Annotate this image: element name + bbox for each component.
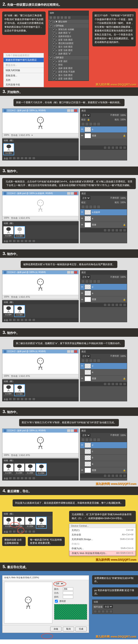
mask-icon[interactable] xyxy=(107,146,111,149)
transparency-checkbox[interactable] xyxy=(55,600,58,602)
menu-item[interactable]: 面板选项... xyxy=(4,73,44,78)
next-frame-icon[interactable] xyxy=(105,610,109,613)
maximize-icon[interactable] xyxy=(71,109,74,112)
frame-1[interactable]: 0.1 秒▾ xyxy=(3,464,14,475)
step3-heading: 3.开始制作。 xyxy=(0,88,138,96)
step3-heading-1: 3.制作中。 xyxy=(0,166,138,175)
tween-icon[interactable] xyxy=(24,157,28,160)
highlight-circle xyxy=(41,634,53,639)
step5-note-2: ps 有的本版可以按需要调整 延迟个情况。 xyxy=(92,588,138,596)
character-drawing xyxy=(36,117,45,129)
step2-note-left: 在“动画（帧）”窗口右边的三角选项中取消对“新建在所有帧中都可见的图层”的勾选。… xyxy=(2,12,46,35)
visibility-icon: 👁 xyxy=(81,128,84,130)
save-for-web-dialog: 存储为 Web 和设备所用格式 (100%) GIF 颜色: 仿色: 损耗: 透… xyxy=(2,575,89,633)
document-window: 11114-2 - 副本.psd @ 100% (a, RGB/8) 100%暂… xyxy=(2,108,79,138)
step2-body: 在“动画（帧）”窗口右边的三角选项中取消对“新建在所有帧中都可见的图层”的勾选。… xyxy=(0,8,138,88)
folder-icon[interactable] xyxy=(111,146,114,149)
prev-frame-icon[interactable] xyxy=(98,610,101,613)
export-preview xyxy=(4,582,52,624)
menu-close-bridge[interactable]: 关闭并转到 Bridge...Shift+Ctrl+W xyxy=(69,537,135,542)
play-icon[interactable] xyxy=(101,610,105,613)
menu-save-for-web[interactable]: 存储为 Web 和设备所用格式(D)...Alt+Shift+Ctrl+S xyxy=(69,551,135,556)
layer-a[interactable]: 👁a xyxy=(80,126,127,133)
new-layer-icon[interactable] xyxy=(119,146,122,149)
step3-body-0: 新建一个需要尺寸的文件，在动画（帧）窗口中默认已经显示一帧，新建图层“a”绘制第… xyxy=(0,96,138,166)
menu-close[interactable]: 关闭(C)Ctrl+W xyxy=(69,528,135,532)
menu-item-new-layer-visible[interactable]: 新建在所有帧中都可见的图层 xyxy=(4,58,44,62)
highlight-circle xyxy=(10,522,20,527)
layer-c[interactable]: c xyxy=(80,448,127,455)
animation-panel: 动画（帧） 0.1 秒▾ 永远 xyxy=(2,138,79,160)
menu-item[interactable]: 转换为时间轴 xyxy=(4,68,44,73)
next-frame-icon[interactable] xyxy=(21,157,24,160)
layer-d[interactable]: 👁d xyxy=(80,284,127,290)
last-frame-icon[interactable] xyxy=(109,610,112,613)
menu-save-as[interactable]: 存储为(A)...Shift+Ctrl+S xyxy=(69,546,135,551)
colors-input[interactable] xyxy=(63,588,73,591)
layer-a[interactable]: 👁a xyxy=(80,216,127,222)
menu-close-all[interactable]: 关闭全部Alt+Ctrl+W xyxy=(69,532,135,537)
save-button[interactable]: 存储 xyxy=(50,627,62,632)
dialog-title: 存储为 Web 和设备所用格式 (100%) xyxy=(4,576,39,579)
frame-2[interactable]: 0.1 秒▾ xyxy=(14,464,25,475)
callout-delay: 每一帧的显示时长 可以选单独改变或 者批量设置。 xyxy=(28,537,65,546)
animation-panel-final: 动画（帧） 0.1 秒▾ 0.1 秒▾ 0.1 秒▾ 0.1 秒▾ 永远 xyxy=(2,512,53,534)
step5-body: 存储为 Web 和设备所用格式 (100%) GIF 颜色: 仿色: 损耗: 透… xyxy=(0,571,138,640)
step4-heading: 4.最后调整，导出。 xyxy=(0,486,138,495)
default-actions-folder[interactable]: ✔▸▶ 默认动作 xyxy=(49,20,89,24)
done-button[interactable]: 完成 xyxy=(75,627,87,632)
menu-item[interactable]: 覆盖选项... xyxy=(4,63,44,68)
layer-a-copy[interactable]: 👁a 的副本 xyxy=(80,209,127,216)
doc-title: 11114-2 - 副本.psd @ 100% (a, RGB/8) xyxy=(8,109,46,112)
close-icon[interactable] xyxy=(74,109,77,112)
minimize-icon[interactable] xyxy=(67,109,70,112)
layer-bg[interactable]: 👁背景🔒 xyxy=(80,133,127,139)
file-menu[interactable]: Device Central... 关闭(C)Ctrl+W 关闭全部Alt+Ct… xyxy=(69,524,136,556)
animation-loop-panel: 动画 循环选项:永远 xyxy=(92,600,138,614)
menu-item[interactable]: 关闭 xyxy=(4,78,44,82)
menu-item[interactable]: 为每个新帧创建新图层 xyxy=(4,53,44,58)
animation-panel-menu[interactable]: 为每个新帧创建新图层 新建在所有帧中都可见的图层 覆盖选项... 转换为时间轴 … xyxy=(3,53,44,87)
actions-tabs: 动作 xyxy=(49,11,89,16)
adjust-icon[interactable] xyxy=(115,146,118,149)
loop-select[interactable]: 永远 xyxy=(104,605,113,608)
trash-icon[interactable] xyxy=(123,146,126,149)
layer-a[interactable]: a xyxy=(80,461,127,467)
menu-save[interactable]: 存储(S) xyxy=(69,542,135,546)
watermark: 第九软件网 www.DSQQRT.com xyxy=(96,82,136,86)
new-frame-icon[interactable] xyxy=(28,157,32,160)
fx-icon[interactable] xyxy=(103,146,107,149)
first-frame-icon[interactable] xyxy=(9,157,12,160)
animation-tab[interactable]: 动画（帧） xyxy=(3,138,78,142)
step2-note-right: 建立2个动作：“GIF粘贴”+“GIF清空”2个快捷操作要求只有一个前提：放前一… xyxy=(92,12,136,46)
cancel-button[interactable]: 取消 xyxy=(63,627,74,632)
layers-panel: 图层 正常不透明度:100% 锁定:🔒填充:100% 👁a 👁背景🔒 xyxy=(80,108,127,160)
frame-4[interactable]: 0.1 秒▾ xyxy=(36,464,47,475)
ps-icon xyxy=(4,109,6,112)
frame-3[interactable]: 0.1 秒▾ xyxy=(25,464,35,475)
layer-d[interactable]: 👁d xyxy=(80,442,127,448)
step5-heading: 5.最后导出完成。 xyxy=(0,562,138,571)
highlight-circle xyxy=(17,527,24,534)
frame-1[interactable]: 0.1 秒▾ xyxy=(3,143,14,155)
delete-frame-icon[interactable] xyxy=(32,157,35,160)
blend-mode-select[interactable]: 正常 xyxy=(81,114,90,117)
actions-toolbar[interactable] xyxy=(49,16,89,20)
menu-item[interactable]: 关闭选项卡组 xyxy=(4,82,44,87)
play-icon[interactable] xyxy=(17,157,20,160)
step5-note-1: 设置调整好后点“存储”按钮完成GIF制作。 xyxy=(92,575,138,584)
callout-play: 播放的动画 会在这里略描标放 xyxy=(2,537,26,546)
layers-tab[interactable]: 图层 xyxy=(80,109,127,113)
step4-body: 到这里为止就基本完成了，最后就是观察作调整动画延迟，和最终效果是否流畅，整个人电… xyxy=(0,495,138,563)
prev-frame-icon[interactable] xyxy=(13,157,16,160)
step3-note-0: 新建一个需要尺寸的文件，在动画（帧）窗口中默认已经显示一帧，新建图层“a”绘制第… xyxy=(14,99,124,106)
first-frame-icon[interactable] xyxy=(94,610,97,613)
actions-panel: 动作 ✔▸▶ 默认动作 ✔▾GIF粘贴 ✔▸复制当前 动画帧 ✔▸选择 图层 “… xyxy=(48,10,89,81)
action-set-gif-paste[interactable]: ✔▾GIF粘贴 xyxy=(49,24,89,28)
color-table xyxy=(54,604,87,620)
highlight-circle xyxy=(53,581,66,586)
frame-2[interactable]: 0.1 秒▾ xyxy=(14,226,25,238)
action-set-gif-clear[interactable]: ✔▾GIF清空 xyxy=(49,56,89,60)
layer-b[interactable]: b xyxy=(80,455,127,461)
frame-1[interactable]: 0.1 秒▾ xyxy=(3,226,14,238)
